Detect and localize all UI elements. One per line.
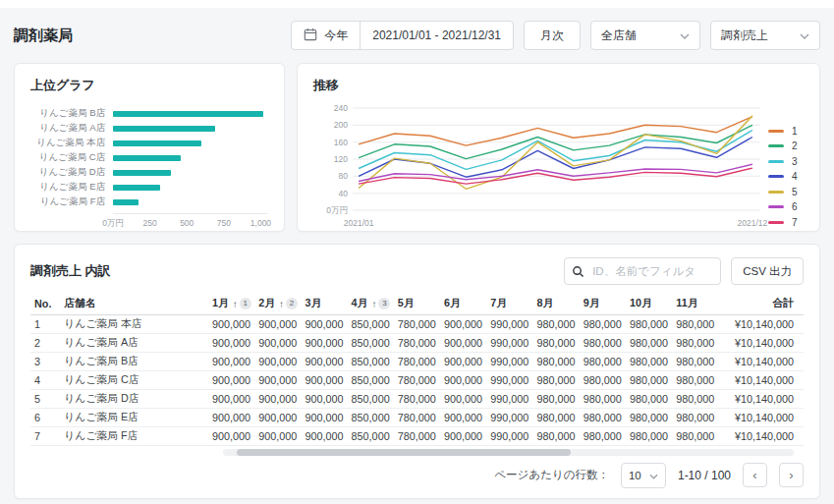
table-body: 1りんご薬局 本店900,000900,000900,000850,000780…	[30, 314, 804, 445]
metric-filter-select[interactable]: 調剤売上	[710, 21, 820, 50]
column-label: 1月	[212, 297, 229, 310]
rows-per-page-select[interactable]: 10	[621, 463, 666, 488]
legend-item-7[interactable]: 7	[768, 217, 806, 227]
legend-item-5[interactable]: 5	[768, 187, 806, 196]
bar[interactable]	[113, 199, 139, 205]
monthly-value: 980,000	[533, 370, 580, 389]
legend-item-1[interactable]: 1	[768, 126, 806, 136]
bar-row: りんご薬局 A店	[30, 121, 268, 136]
column-header-9月[interactable]: 9月	[580, 294, 626, 314]
csv-export-button[interactable]: CSV 出力	[731, 257, 804, 285]
table-row[interactable]: 1りんご薬局 本店900,000900,000900,000850,000780…	[30, 314, 804, 333]
column-header-店舗名[interactable]: 店舗名	[60, 294, 208, 314]
column-header-4月[interactable]: 4月↑3	[348, 294, 394, 314]
bar-x-axis: 0万円2505007501,000	[113, 213, 268, 229]
column-header-5月[interactable]: 5月	[394, 294, 440, 314]
table-row[interactable]: 3りんご薬局 B店900,000900,000900,000850,000780…	[30, 352, 804, 370]
y-axis-tick: 200	[334, 120, 348, 130]
monthly-value: 980,000	[580, 370, 626, 389]
monthly-value: 780,000	[394, 426, 440, 445]
monthly-value: 780,000	[394, 389, 440, 408]
bar[interactable]	[113, 170, 171, 176]
prev-page-button[interactable]: ‹	[743, 463, 767, 487]
bar[interactable]	[113, 126, 215, 132]
bar[interactable]	[113, 111, 263, 117]
store-name: りんご薬局 E店	[60, 408, 208, 426]
bar[interactable]	[113, 185, 160, 191]
column-header-10月[interactable]: 10月	[626, 294, 672, 314]
column-header-No.[interactable]: No.	[30, 294, 60, 314]
monthly-value: 980,000	[580, 389, 626, 408]
trend-svg: 0万円40801201602002402021/012021/12	[313, 98, 768, 238]
monthly-value: 980,000	[626, 333, 672, 352]
column-header-11月[interactable]: 11月	[672, 294, 718, 314]
row-number: 1	[30, 314, 60, 333]
monthly-value: 900,000	[208, 389, 254, 408]
filter-input[interactable]	[564, 257, 721, 285]
column-header-7月[interactable]: 7月	[486, 294, 532, 314]
series-line-6[interactable]	[359, 164, 752, 181]
store-name: りんご薬局 A店	[60, 333, 208, 352]
series-line-1[interactable]	[359, 117, 752, 145]
date-range-value[interactable]: 2021/01/01 - 2021/12/31	[361, 22, 513, 49]
table-footer: ページあたりの行数： 10 1-10 / 100 ‹ ›	[30, 459, 804, 492]
monthly-value: 780,000	[394, 370, 440, 389]
trend-card: 推移 0万円40801201602002402021/012021/12 123…	[297, 63, 820, 232]
monthly-value: 850,000	[348, 370, 394, 389]
next-page-button[interactable]: ›	[779, 463, 804, 487]
table-row[interactable]: 4りんご薬局 C店900,000900,000900,000850,000780…	[30, 370, 804, 389]
legend-item-3[interactable]: 3	[768, 156, 806, 166]
column-header-8月[interactable]: 8月	[533, 294, 580, 314]
monthly-value: 900,000	[254, 333, 301, 352]
column-header-1月[interactable]: 1月↑1	[208, 294, 254, 314]
table-row[interactable]: 5りんご薬局 D店900,000900,000900,000850,000780…	[30, 389, 804, 408]
bar-category-label: りんご薬局 D店	[30, 166, 113, 179]
column-header-content: 6月	[444, 297, 461, 310]
monthly-value: 900,000	[254, 389, 301, 408]
column-label: No.	[34, 298, 51, 309]
chevron-down-icon	[649, 470, 658, 481]
bar[interactable]	[113, 155, 181, 161]
bar[interactable]	[113, 140, 201, 146]
calendar-icon	[304, 28, 317, 44]
monthly-value: 980,000	[672, 352, 718, 370]
breakdown-table-card: 調剤売上 内訳 CSV 出力 No.店舗名1月↑12月↑23月4月↑35月6月7…	[14, 244, 820, 499]
column-header-content: 9月	[584, 297, 600, 310]
monthly-value: 900,000	[440, 408, 486, 426]
column-header-6月[interactable]: 6月	[440, 294, 486, 314]
y-axis-tick: 120	[334, 154, 348, 164]
monthly-value: 900,000	[301, 408, 347, 426]
x-axis-tick: 250	[143, 218, 157, 228]
horizontal-scrollbar	[223, 449, 804, 456]
column-header-2月[interactable]: 2月↑2	[254, 294, 301, 314]
series-line-3[interactable]	[359, 131, 752, 170]
column-label: 10月	[630, 297, 652, 310]
table-title: 調剤売上 内訳	[30, 262, 111, 280]
legend-item-4[interactable]: 4	[768, 172, 806, 182]
monthly-value: 850,000	[348, 389, 394, 408]
scrollbar-thumb[interactable]	[237, 449, 571, 456]
table-row[interactable]: 2りんご薬局 A店900,000900,000900,000850,000780…	[30, 333, 804, 352]
column-header-3月[interactable]: 3月	[301, 294, 347, 314]
store-filter-select[interactable]: 全店舗	[590, 21, 700, 50]
granularity-button[interactable]: 月次	[524, 21, 581, 50]
monthly-value: 900,000	[440, 352, 486, 370]
column-label: 9月	[584, 297, 600, 310]
column-header-content: 11月	[676, 297, 697, 310]
chevron-down-icon	[680, 28, 690, 42]
legend-item-6[interactable]: 6	[768, 202, 806, 212]
monthly-value: 900,000	[440, 333, 486, 352]
total-value: ¥10,140,000	[718, 389, 804, 408]
column-header-合計[interactable]: 合計	[718, 294, 804, 314]
monthly-value: 990,000	[486, 314, 532, 333]
monthly-value: 990,000	[486, 389, 532, 408]
bar-track	[113, 126, 268, 132]
dashboard-page: 調剤薬局 今年 2021/01/01 - 2021/12/31 月次 全店舗 調…	[0, 8, 834, 504]
monthly-value: 900,000	[301, 333, 347, 352]
row-number: 6	[30, 408, 60, 426]
table-row[interactable]: 6りんご薬局 E店900,000900,000900,000850,000780…	[30, 408, 804, 426]
legend-item-2[interactable]: 2	[768, 141, 806, 151]
table-row[interactable]: 7りんご薬局 F店900,000900,000900,000850,000780…	[30, 426, 804, 445]
period-preset-button[interactable]: 今年	[292, 22, 360, 49]
monthly-value: 980,000	[672, 389, 718, 408]
